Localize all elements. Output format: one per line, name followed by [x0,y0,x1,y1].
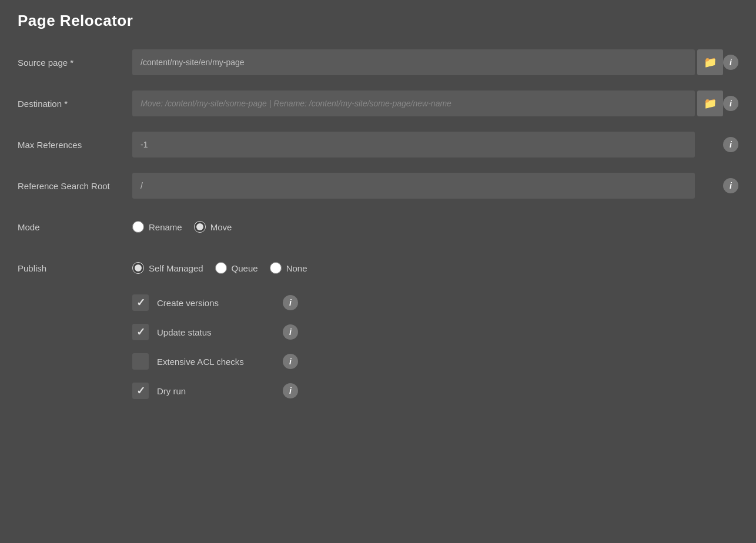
destination-input[interactable] [132,90,695,116]
publish-none-label: None [286,263,307,273]
destination-input-group: 📁 i [132,90,738,116]
update-status-label: Update status [157,327,275,337]
dry-run-row: ✓ Dry run i [132,383,738,399]
mode-rename-label: Rename [149,222,182,232]
reference-search-root-input-group: i [132,173,738,199]
publish-row: Publish Self Managed Queue None [18,253,738,283]
mode-row: Mode Rename Move [18,212,738,242]
extensive-acl-row: ✓ Extensive ACL checks i [132,353,738,370]
source-page-info-button[interactable]: i [723,55,738,70]
max-references-row: Max References i [18,130,738,159]
extensive-acl-info-button[interactable]: i [283,354,298,369]
create-versions-row: ✓ Create versions i [132,294,738,311]
create-versions-checkbox[interactable]: ✓ [132,294,149,311]
create-versions-checkmark: ✓ [136,296,145,309]
publish-radio-group: Self Managed Queue None [132,262,307,274]
source-page-browse-button[interactable]: 📁 [697,49,723,75]
update-status-checkbox[interactable]: ✓ [132,324,149,340]
dry-run-label: Dry run [157,386,275,396]
mode-rename-radio[interactable] [132,221,144,233]
checkboxes-section: ✓ Create versions i ✓ Update status i ✓ … [132,294,738,399]
publish-self-managed-label: Self Managed [149,263,203,273]
publish-queue-label: Queue [232,263,258,273]
publish-self-managed-radio[interactable] [132,262,144,274]
max-references-input-group: i [132,132,738,157]
reference-search-root-label: Reference Search Root [18,181,132,191]
create-versions-label: Create versions [157,298,275,308]
source-page-label: Source page * [18,58,132,68]
publish-label: Publish [18,263,132,273]
mode-rename-option[interactable]: Rename [132,221,182,233]
reference-search-root-input[interactable] [132,173,695,199]
mode-move-radio[interactable] [194,221,206,233]
dry-run-checkmark: ✓ [136,384,145,397]
update-status-checkmark: ✓ [136,326,145,338]
mode-label: Mode [18,222,132,232]
extensive-acl-label: Extensive ACL checks [157,357,275,367]
reference-search-root-row: Reference Search Root i [18,171,738,200]
browse-icon: 📁 [704,97,717,110]
max-references-label: Max References [18,140,132,150]
source-page-input-group: 📁 i [132,49,738,75]
page-title: Page Relocator [18,12,738,30]
publish-none-radio[interactable] [270,262,282,274]
destination-info-button[interactable]: i [723,96,738,111]
mode-move-option[interactable]: Move [194,221,232,233]
destination-browse-button[interactable]: 📁 [697,90,723,116]
create-versions-info-button[interactable]: i [283,295,298,310]
publish-queue-radio[interactable] [215,262,227,274]
reference-search-root-info-button[interactable]: i [723,178,738,193]
mode-radio-group: Rename Move [132,221,232,233]
mode-move-label: Move [210,222,232,232]
max-references-input[interactable] [132,132,695,157]
browse-icon: 📁 [704,56,717,69]
destination-row: Destination * 📁 i [18,89,738,118]
destination-label: Destination * [18,99,132,109]
dry-run-checkbox[interactable]: ✓ [132,383,149,399]
update-status-row: ✓ Update status i [132,324,738,340]
source-page-row: Source page * 📁 i [18,48,738,77]
publish-none-option[interactable]: None [270,262,307,274]
max-references-info-button[interactable]: i [723,137,738,152]
source-page-input[interactable] [132,49,695,75]
dry-run-info-button[interactable]: i [283,383,298,398]
update-status-info-button[interactable]: i [283,324,298,340]
publish-self-managed-option[interactable]: Self Managed [132,262,203,274]
publish-queue-option[interactable]: Queue [215,262,258,274]
extensive-acl-checkbox[interactable]: ✓ [132,353,149,370]
